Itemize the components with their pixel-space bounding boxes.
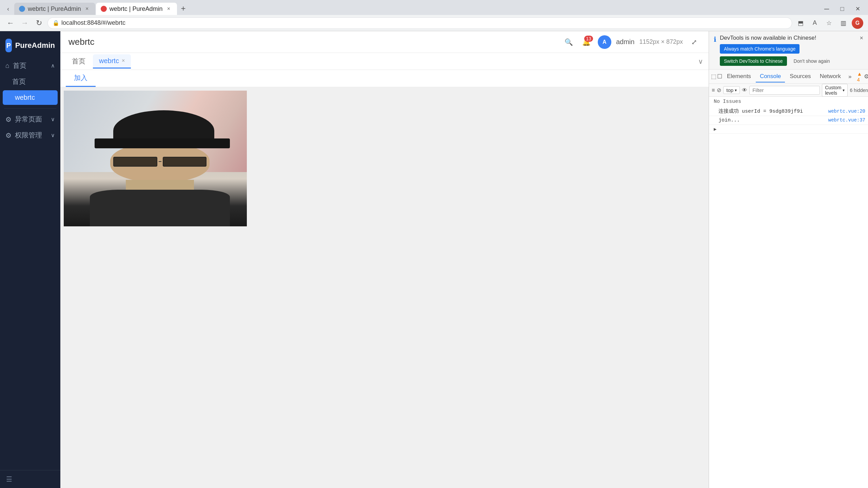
sidebar-group-errors[interactable]: ⚙ 异常页面 ∨ <box>0 111 60 127</box>
console-sidebar-icon[interactable]: ≡ <box>712 86 715 95</box>
devtools-tab-sources[interactable]: Sources <box>786 71 815 82</box>
tab-webrtc-label: webrtc <box>99 57 119 65</box>
tab-webrtc[interactable]: webrtc × <box>93 54 131 69</box>
match-language-button[interactable]: Always match Chrome's language <box>720 44 800 54</box>
console-row3-expand[interactable]: ▶ <box>714 126 716 132</box>
admin-avatar[interactable]: A <box>598 35 611 49</box>
notification-badge: 13 <box>584 36 593 42</box>
page-title: webrtc <box>68 37 558 47</box>
join-tab-label: 加入 <box>74 73 87 82</box>
screen-share-icon[interactable]: ⬒ <box>795 17 806 29</box>
browser-sidebar-icon[interactable]: ▥ <box>837 17 849 29</box>
sub-tabs: 加入 <box>60 70 709 87</box>
network-tab-label: Network <box>820 73 841 79</box>
sidebar-footer[interactable]: ☰ <box>0 470 60 488</box>
top-select[interactable]: top ▾ <box>723 86 740 94</box>
tabs-dropdown-btn[interactable]: ∨ <box>698 57 703 65</box>
error-group-icon: ⚙ <box>5 115 12 124</box>
devtools-tab-network[interactable]: Network <box>816 71 845 82</box>
page-content: webrtc 🔍 🔔 13 A admin 1152px × 872px ⤢ 首… <box>60 31 709 488</box>
tab1-close[interactable]: × <box>84 5 91 12</box>
clear-console-icon[interactable]: ⊘ <box>717 86 721 95</box>
errors-expand-icon: ∨ <box>51 116 55 123</box>
devtools-toolbar: ⬚ ☐ Elements Console Sources Network » <box>709 70 868 84</box>
console-row-1[interactable]: 连接成功 userId = 9sdg839jf9i webrtc.vue:20 <box>709 107 868 116</box>
close-button[interactable]: × <box>850 3 865 15</box>
switch-chinese-button[interactable]: Switch DevTools to Chinese <box>720 56 787 66</box>
sidebar-item-home[interactable]: 首页 <box>0 74 60 90</box>
top-select-label: top <box>726 87 733 93</box>
url-bar[interactable]: 🔒 localhost:8848/#/webrtc <box>47 17 792 29</box>
console-row-3[interactable]: ▶ <box>709 125 868 134</box>
browser-chrome: ‹ webrtc | PureAdmin × webrtc | PureAdmi… <box>0 0 868 488</box>
forward-button[interactable]: → <box>19 17 31 29</box>
browser-tab-1[interactable]: webrtc | PureAdmin × <box>14 3 95 15</box>
sidebar-footer-icon: ☰ <box>6 475 12 483</box>
tab-webrtc-close[interactable]: × <box>122 58 125 64</box>
devtools-toolbar2: ≡ ⊘ top ▾ 👁 Custom levels ▾ 6 hidden ⚙ <box>709 84 868 97</box>
tab2-title: webrtc | PureAdmin <box>110 5 163 13</box>
eye-icon[interactable]: 👁 <box>742 86 747 95</box>
perm-expand-icon: ∨ <box>51 132 55 138</box>
bookmark-icon[interactable]: ☆ <box>823 17 835 29</box>
notif-buttons: Always match Chrome's language Switch De… <box>720 44 856 66</box>
console-row1-link[interactable]: webrtc.vue:20 <box>828 109 865 114</box>
notification-button[interactable]: 🔔 13 <box>580 36 593 49</box>
sidebar-home-sub-label: 首页 <box>12 77 26 86</box>
logo-text: PureAdmin <box>15 41 55 50</box>
admin-label: admin <box>616 38 634 46</box>
sidebar-errors-label: 异常页面 <box>15 115 42 124</box>
address-bar: ← → ↻ 🔒 localhost:8848/#/webrtc ⬒ A ☆ ▥ … <box>0 15 868 31</box>
video-feed <box>64 91 247 226</box>
tab-arrow-left[interactable]: ‹ <box>3 3 14 14</box>
search-button[interactable]: 🔍 <box>563 36 575 49</box>
inspect-element-icon[interactable]: ⬚ <box>711 71 716 82</box>
console-tab-label: Console <box>760 73 781 79</box>
notif-info-icon: ℹ <box>714 35 716 43</box>
sidebar-home-label: 首页 <box>13 61 26 70</box>
sidebar-group-permissions[interactable]: ⚙ 权限管理 ∨ <box>0 127 60 143</box>
tab2-close[interactable]: × <box>165 5 172 12</box>
profile-button[interactable]: G <box>852 17 863 29</box>
devtools-more-tabs[interactable]: » <box>846 71 854 82</box>
devtools-notification: ℹ DevTools is now available in Chinese! … <box>709 31 868 70</box>
tab-home[interactable]: 首页 <box>66 54 92 69</box>
devtools-tab-console[interactable]: Console <box>756 71 785 82</box>
dont-show-button[interactable]: Don't show again <box>790 56 834 66</box>
devtools-settings-icon[interactable]: ⚙ <box>864 71 868 82</box>
no-issues: No Issues <box>709 97 868 107</box>
lock-icon: 🔒 <box>53 20 59 26</box>
elements-tab-label: Elements <box>727 73 751 79</box>
notif-close-icon[interactable]: × <box>860 35 863 42</box>
perm-group-icon: ⚙ <box>5 131 12 139</box>
app-body: P PureAdmin ⌂ 首页 ∧ 首页 webrtc <box>0 31 868 488</box>
home-group-icon: ⌂ <box>5 62 9 70</box>
devtools-panel: ℹ DevTools is now available in Chinese! … <box>709 31 868 488</box>
page-header: webrtc 🔍 🔔 13 A admin 1152px × 872px ⤢ <box>60 31 709 53</box>
console-row2-link[interactable]: webrtc.vue:37 <box>828 117 865 123</box>
browser-tab-2[interactable]: webrtc | PureAdmin × <box>96 3 177 15</box>
console-row-2[interactable]: join... webrtc.vue:37 <box>709 116 868 125</box>
sidebar-webrtc-label: webrtc <box>15 94 35 101</box>
sources-tab-label: Sources <box>790 73 811 79</box>
expand-button[interactable]: ⤢ <box>688 36 701 49</box>
sidebar-logo: P PureAdmin <box>0 31 60 58</box>
maximize-button[interactable]: □ <box>835 3 850 15</box>
reload-button[interactable]: ↻ <box>33 17 45 29</box>
console-row2-text: join... <box>718 117 826 123</box>
custom-levels-label: Custom levels <box>825 85 841 96</box>
translate-icon[interactable]: A <box>809 17 821 29</box>
minimize-button[interactable]: ─ <box>819 3 834 15</box>
main-content: webrtc 🔍 🔔 13 A admin 1152px × 872px ⤢ 首… <box>60 31 868 488</box>
sidebar-item-webrtc[interactable]: webrtc <box>3 90 58 105</box>
join-tab[interactable]: 加入 <box>66 70 96 87</box>
device-mode-icon[interactable]: ☐ <box>717 71 722 82</box>
devtools-tab-elements[interactable]: Elements <box>723 71 755 82</box>
new-tab-button[interactable]: + <box>178 3 189 14</box>
back-button[interactable]: ← <box>5 17 16 29</box>
viewport-label: 1152px × 872px <box>639 38 683 45</box>
filter-input[interactable] <box>749 86 820 95</box>
sidebar-group-home[interactable]: ⌂ 首页 ∧ <box>0 58 60 74</box>
sidebar-permissions-label: 权限管理 <box>15 131 42 140</box>
custom-levels-select[interactable]: Custom levels ▾ <box>822 84 848 97</box>
